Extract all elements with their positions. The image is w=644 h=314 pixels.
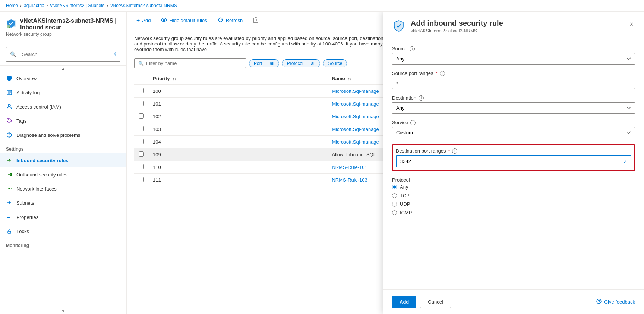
breadcrumb-vnet[interactable]: vNetAKSInterns2 | Subnets bbox=[50, 3, 105, 8]
protocol-options: Any TCP UDP bbox=[392, 184, 635, 216]
hide-default-rules-button[interactable]: Hide default rules bbox=[159, 16, 209, 25]
destination-info-icon[interactable]: i bbox=[419, 95, 424, 101]
sidebar-item-network-interfaces-label: Network interfaces bbox=[16, 186, 57, 192]
sidebar-item-subnets[interactable]: Subnets bbox=[0, 196, 126, 210]
sidebar-item-iam[interactable]: Access control (IAM) bbox=[0, 100, 126, 114]
dest-port-info-icon[interactable]: i bbox=[452, 148, 457, 154]
priority-cell: 110 bbox=[148, 161, 327, 174]
filter-tag-protocol[interactable]: Protocol == all bbox=[282, 59, 321, 67]
row-checkbox[interactable] bbox=[139, 101, 144, 106]
protocol-tcp-radio[interactable] bbox=[392, 193, 397, 198]
nsg-icon bbox=[6, 18, 16, 31]
panel-title-text: Add inbound security rule vNetAKSInterns… bbox=[411, 19, 503, 34]
service-label: Service i bbox=[392, 120, 635, 125]
source-port-input[interactable] bbox=[392, 78, 635, 89]
sidebar-item-inbound-label: Inbound security rules bbox=[16, 158, 68, 163]
add-icon: + bbox=[136, 17, 140, 24]
add-button[interactable]: + Add bbox=[134, 16, 153, 25]
source-label: Source i bbox=[392, 46, 635, 51]
feedback-icon bbox=[596, 298, 602, 305]
delete-button[interactable] bbox=[251, 15, 261, 25]
priority-cell: 102 bbox=[148, 110, 327, 123]
panel-cancel-button[interactable]: Cancel bbox=[420, 296, 451, 308]
source-info-icon[interactable]: i bbox=[410, 46, 415, 51]
svg-rect-15 bbox=[8, 231, 11, 233]
row-checkbox[interactable] bbox=[139, 126, 144, 131]
sidebar-item-iam-label: Access control (IAM) bbox=[16, 104, 61, 110]
delete-icon bbox=[253, 17, 258, 24]
filter-input-wrapper[interactable]: 🔍 bbox=[134, 58, 246, 68]
panel-close-button[interactable]: × bbox=[628, 19, 635, 30]
sidebar-item-diagnose-label: Diagnose and solve problems bbox=[16, 132, 80, 138]
svg-point-11 bbox=[9, 202, 10, 204]
protocol-any-radio[interactable] bbox=[392, 185, 397, 189]
name-sort-icon: ↑↓ bbox=[348, 77, 351, 81]
sidebar-item-outbound-rules[interactable]: Outbound security rules bbox=[0, 167, 126, 182]
priority-cell: 101 bbox=[148, 98, 327, 110]
service-select[interactable]: Custom HTTP HTTPS SSH RDP bbox=[392, 127, 635, 138]
sidebar-item-properties[interactable]: Properties bbox=[0, 210, 126, 224]
add-inbound-rule-panel: Add inbound security rule vNetAKSInterns… bbox=[383, 12, 644, 314]
eye-icon bbox=[161, 17, 167, 23]
filter-tag-source[interactable]: Source bbox=[323, 59, 347, 67]
svg-rect-8 bbox=[11, 173, 12, 176]
sidebar-item-locks[interactable]: Locks bbox=[0, 224, 126, 238]
row-checkbox[interactable] bbox=[139, 113, 144, 119]
protocol-label: Protocol bbox=[392, 177, 635, 183]
sidebar-item-locks-label: Locks bbox=[16, 229, 29, 234]
breadcrumb-subnet[interactable]: vNetAKSInterns2-subnet3-NRMS bbox=[111, 3, 177, 8]
source-port-field-group: Source port ranges * i bbox=[392, 70, 635, 89]
protocol-tcp-option[interactable]: TCP bbox=[392, 193, 635, 198]
svg-rect-7 bbox=[7, 158, 7, 162]
protocol-icmp-radio[interactable] bbox=[392, 210, 397, 215]
svg-point-16 bbox=[163, 19, 165, 21]
row-checkbox[interactable] bbox=[139, 151, 144, 157]
service-field-group: Service i Custom HTTP HTTPS SSH RDP bbox=[392, 120, 635, 138]
collapse-icon[interactable]: 《 bbox=[112, 51, 116, 57]
destination-select[interactable]: Any IP Addresses Service Tag Application… bbox=[392, 102, 635, 114]
feedback-link[interactable]: Give feedback bbox=[596, 298, 635, 305]
filter-input[interactable] bbox=[146, 60, 242, 66]
destination-label: Destination i bbox=[392, 95, 635, 101]
dest-port-required: * bbox=[448, 148, 450, 154]
sidebar-item-network-interfaces[interactable]: Network interfaces bbox=[0, 182, 126, 196]
sidebar-item-overview[interactable]: Overview bbox=[0, 71, 126, 85]
source-select[interactable]: Any IP Addresses Service Tag Application… bbox=[392, 53, 635, 65]
inbound-icon bbox=[6, 157, 13, 164]
row-checkbox[interactable] bbox=[139, 139, 144, 144]
monitoring-section-label: Monitoring bbox=[0, 238, 126, 249]
sidebar-item-diagnose[interactable]: Diagnose and solve problems bbox=[0, 128, 126, 142]
dest-port-input[interactable] bbox=[396, 155, 631, 167]
source-port-info-icon[interactable]: i bbox=[440, 71, 445, 76]
subnets-icon bbox=[6, 200, 13, 206]
breadcrumb-aquilactdb[interactable]: aquilactdb bbox=[24, 3, 44, 8]
protocol-icmp-option[interactable]: ICMP bbox=[392, 210, 635, 216]
sidebar-item-inbound-rules[interactable]: Inbound security rules bbox=[0, 153, 126, 167]
row-checkbox[interactable] bbox=[139, 88, 144, 93]
service-info-icon[interactable]: i bbox=[410, 120, 416, 125]
svg-rect-14 bbox=[7, 219, 11, 219]
panel-title-area: Add inbound security rule vNetAKSInterns… bbox=[392, 19, 503, 34]
panel-shield-icon bbox=[392, 19, 405, 32]
diagnose-icon bbox=[6, 132, 13, 138]
search-input[interactable] bbox=[18, 49, 110, 59]
protocol-udp-option[interactable]: UDP bbox=[392, 201, 635, 207]
priority-cell: 100 bbox=[148, 85, 327, 98]
row-checkbox[interactable] bbox=[139, 177, 144, 182]
protocol-udp-radio[interactable] bbox=[392, 202, 397, 207]
tag-icon bbox=[6, 117, 13, 124]
refresh-button[interactable]: Refresh bbox=[215, 15, 245, 25]
filter-tag-port[interactable]: Port == all bbox=[249, 59, 279, 67]
svg-point-19 bbox=[599, 302, 599, 303]
col-priority[interactable]: Priority ↑↓ bbox=[148, 73, 327, 85]
protocol-any-option[interactable]: Any bbox=[392, 184, 635, 190]
panel-add-button[interactable]: Add bbox=[392, 296, 416, 308]
sidebar-item-tags[interactable]: Tags bbox=[0, 114, 126, 128]
sidebar-item-subnets-label: Subnets bbox=[16, 200, 34, 206]
breadcrumb-home[interactable]: Home bbox=[6, 3, 18, 8]
svg-point-4 bbox=[8, 119, 9, 120]
sidebar-item-outbound-label: Outbound security rules bbox=[16, 172, 67, 178]
sidebar-item-activity-log[interactable]: Activity log bbox=[0, 85, 126, 100]
breadcrumb: Home › aquilactdb › vNetAKSInterns2 | Su… bbox=[0, 0, 644, 12]
row-checkbox[interactable] bbox=[139, 164, 144, 169]
